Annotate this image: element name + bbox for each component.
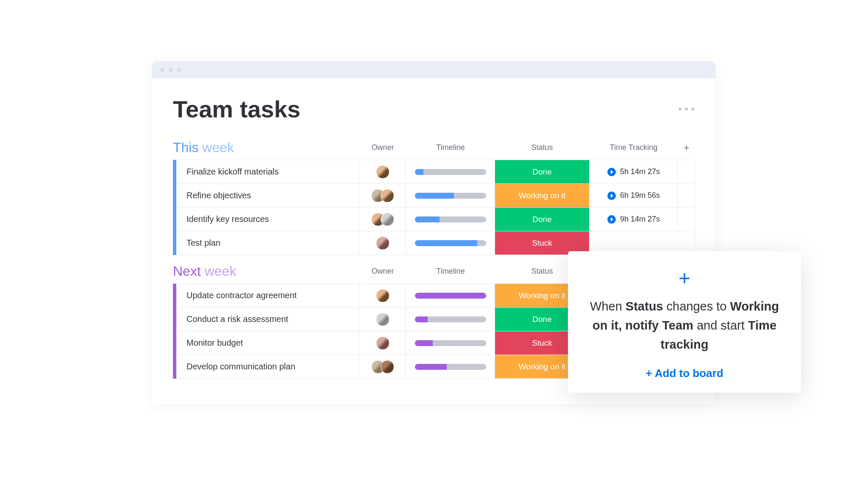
table-row[interactable]: Refine objectives Working on it 6h 19m 5… <box>176 184 694 208</box>
task-name[interactable]: Conduct a risk assessment <box>176 308 359 331</box>
add-to-board-button[interactable]: + Add to board <box>585 367 784 380</box>
owner-cell[interactable] <box>359 355 406 378</box>
window-titlebar <box>152 61 715 78</box>
column-timeline-header: Timeline <box>406 267 495 276</box>
owner-cell[interactable] <box>359 284 406 307</box>
owner-cell[interactable] <box>359 184 406 207</box>
time-tracking-cell[interactable]: 9h 14m 27s <box>589 208 678 231</box>
automation-card[interactable]: + When Status changes to Working on it, … <box>568 251 801 393</box>
avatar[interactable] <box>381 360 394 374</box>
timeline-bar <box>415 364 486 370</box>
status-cell[interactable]: Done <box>495 208 589 231</box>
avatar[interactable] <box>381 213 394 226</box>
avatar[interactable] <box>376 289 389 302</box>
group-body: Finalize kickoff materials Done 5h 14m 2… <box>173 160 694 255</box>
timeline-cell[interactable] <box>406 331 495 355</box>
play-icon[interactable] <box>607 168 616 176</box>
more-options-button[interactable] <box>679 108 694 111</box>
play-icon[interactable] <box>607 215 616 224</box>
traffic-light-max-icon[interactable] <box>177 68 181 72</box>
avatar[interactable] <box>376 336 389 350</box>
task-name[interactable]: Identify key resources <box>176 208 359 231</box>
extra-cell <box>678 208 695 231</box>
page-title: Team tasks <box>173 95 300 123</box>
owner-cell[interactable] <box>359 208 406 231</box>
avatar[interactable] <box>376 236 389 250</box>
add-column-button[interactable]: + <box>678 142 695 153</box>
column-owner-header: Owner <box>359 143 406 152</box>
group-header: This week Owner Timeline Status Time Tra… <box>173 140 694 155</box>
timeline-bar <box>415 316 486 322</box>
avatar[interactable] <box>381 189 394 202</box>
task-name[interactable]: Update contractor agreement <box>176 284 359 307</box>
time-tracking-cell[interactable]: 6h 19m 56s <box>589 184 678 207</box>
column-status-header: Status <box>495 143 589 152</box>
task-name[interactable]: Finalize kickoff materials <box>176 160 359 183</box>
timeline-cell[interactable] <box>406 208 495 231</box>
timeline-cell[interactable] <box>406 231 495 255</box>
column-timeline-header: Timeline <box>406 143 495 152</box>
timeline-bar <box>415 169 486 175</box>
column-time-tracking-header: Time Tracking <box>589 143 678 152</box>
status-cell[interactable]: Working on it <box>495 184 589 207</box>
timeline-cell[interactable] <box>406 160 495 183</box>
timeline-bar <box>415 293 486 299</box>
task-name[interactable]: Monitor budget <box>176 331 359 355</box>
timeline-bar <box>415 240 486 246</box>
owner-cell[interactable] <box>359 231 406 255</box>
owner-cell[interactable] <box>359 160 406 183</box>
timeline-bar <box>415 340 486 346</box>
timeline-cell[interactable] <box>406 184 495 207</box>
time-tracking-cell[interactable]: 5h 14m 27s <box>589 160 678 183</box>
timeline-bar <box>415 193 486 199</box>
avatar[interactable] <box>376 313 389 326</box>
owner-cell[interactable] <box>359 308 406 331</box>
time-value: 6h 19m 56s <box>620 191 660 200</box>
column-owner-header: Owner <box>359 267 406 276</box>
time-value: 5h 14m 27s <box>620 167 660 176</box>
avatar[interactable] <box>376 165 389 179</box>
table-row[interactable]: Identify key resources Done 9h 14m 27s <box>176 208 694 231</box>
task-name[interactable]: Develop communication plan <box>176 355 359 378</box>
task-name[interactable]: Refine objectives <box>176 184 359 207</box>
owner-cell[interactable] <box>359 331 406 355</box>
traffic-light-min-icon[interactable] <box>169 68 173 72</box>
group-title[interactable]: This week <box>173 140 359 155</box>
group-title[interactable]: Next week <box>173 263 359 279</box>
traffic-light-close-icon[interactable] <box>160 68 164 72</box>
timeline-cell[interactable] <box>406 284 495 307</box>
timeline-bar <box>415 216 486 222</box>
plus-icon: + <box>585 268 784 288</box>
extra-cell <box>678 184 695 207</box>
timeline-cell[interactable] <box>406 355 495 378</box>
play-icon[interactable] <box>607 191 616 200</box>
task-name[interactable]: Test plan <box>176 231 359 255</box>
status-cell[interactable]: Done <box>495 160 589 183</box>
time-value: 9h 14m 27s <box>620 215 660 224</box>
extra-cell <box>678 160 695 183</box>
table-row[interactable]: Finalize kickoff materials Done 5h 14m 2… <box>176 160 694 184</box>
timeline-cell[interactable] <box>406 308 495 331</box>
automation-rule-text: When Status changes to Working on it, no… <box>585 297 784 354</box>
